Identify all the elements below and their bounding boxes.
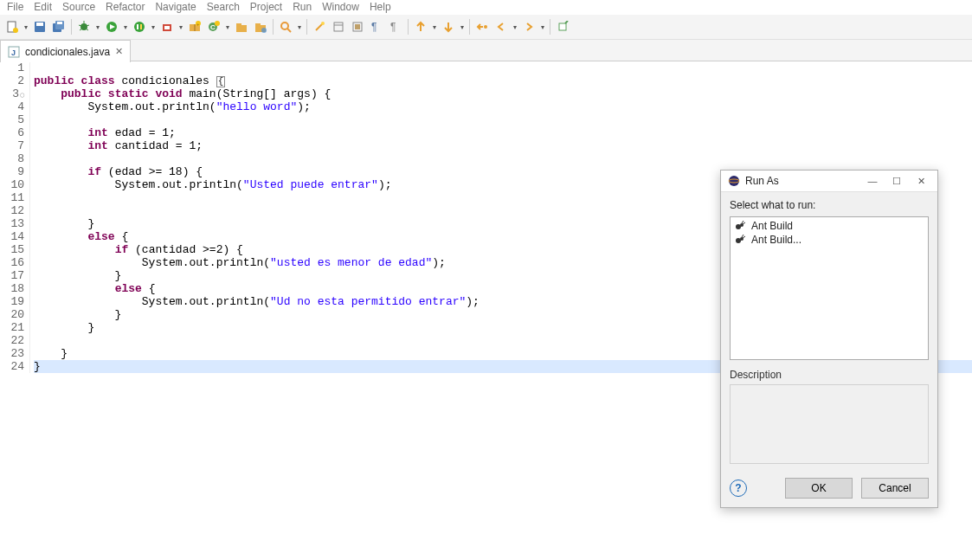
svg-rect-30 <box>255 23 261 26</box>
svg-text:¶: ¶ <box>390 21 396 33</box>
svg-rect-19 <box>164 26 170 29</box>
svg-rect-17 <box>140 24 142 29</box>
svg-point-48 <box>729 176 739 186</box>
menu-project[interactable]: Project <box>250 1 282 13</box>
svg-line-52 <box>742 221 743 223</box>
menu-window[interactable]: Window <box>322 1 359 13</box>
external-tools-icon[interactable] <box>158 18 176 35</box>
open-type-icon[interactable] <box>233 18 250 35</box>
dropdown-icon[interactable]: ▾ <box>296 23 303 31</box>
menu-search[interactable]: Search <box>207 1 240 13</box>
svg-rect-27 <box>236 25 247 32</box>
dropdown-icon[interactable]: ▾ <box>431 23 438 31</box>
dropdown-icon[interactable]: ▾ <box>539 23 546 31</box>
coverage-icon[interactable] <box>131 18 148 35</box>
block-select-icon[interactable] <box>349 18 366 35</box>
show-whitespace-icon[interactable]: ¶ <box>368 18 385 35</box>
save-icon[interactable] <box>31 18 48 35</box>
svg-text:J: J <box>11 48 16 57</box>
annotation-next-icon[interactable] <box>440 18 457 35</box>
list-item-label: Ant Build <box>751 220 793 232</box>
tab-label: condicionales.java <box>25 46 110 58</box>
wand-icon[interactable] <box>311 18 328 35</box>
annotation-prev-icon[interactable] <box>412 18 429 35</box>
svg-point-32 <box>281 23 288 29</box>
new-package-icon[interactable]: + <box>186 18 203 35</box>
ant-icon <box>734 220 746 232</box>
svg-rect-16 <box>137 24 138 29</box>
dropdown-icon[interactable]: ▾ <box>459 23 466 31</box>
dialog-titlebar[interactable]: Run As — ☐ ✕ <box>721 171 937 192</box>
line-gutter: 123456789101112131415161718192021222324 <box>0 61 30 373</box>
ant-icon <box>734 234 746 246</box>
eclipse-icon <box>728 175 740 187</box>
description-label: Description <box>730 369 929 373</box>
menu-run[interactable]: Run <box>293 1 312 13</box>
svg-rect-45 <box>559 23 566 30</box>
svg-line-56 <box>742 235 743 237</box>
menu-file[interactable]: File <box>7 1 23 13</box>
svg-line-53 <box>743 222 745 224</box>
svg-point-15 <box>134 22 145 32</box>
menu-refactor[interactable]: Refactor <box>106 1 145 13</box>
svg-text:C: C <box>210 23 216 31</box>
menu-navigate[interactable]: Navigate <box>155 1 196 13</box>
folder-icon[interactable] <box>252 18 269 35</box>
list-item-label: Ant Build... <box>751 234 801 246</box>
menubar: File Edit Source Refactor Navigate Searc… <box>0 0 972 15</box>
dialog-label: Select what to run: <box>730 199 929 211</box>
save-all-icon[interactable] <box>50 18 68 35</box>
close-icon[interactable]: ✕ <box>115 46 123 57</box>
java-file-icon: J <box>8 46 20 58</box>
dropdown-icon[interactable]: ▾ <box>122 23 129 31</box>
svg-point-35 <box>321 22 325 25</box>
svg-rect-36 <box>334 23 343 31</box>
editor-tab[interactable]: J condicionales.java ✕ <box>0 40 131 62</box>
list-item[interactable]: Ant Build... <box>732 233 926 247</box>
dropdown-icon[interactable]: ▾ <box>512 23 518 31</box>
menu-edit[interactable]: Edit <box>34 1 52 13</box>
svg-text:¶: ¶ <box>371 21 377 33</box>
toolbar: ▾ ▾ ▾ ▾ ▾ + C ▾ ▾ ¶ ¶ ▾ ▾ ▾ ▾ <box>0 15 972 40</box>
dropdown-icon[interactable]: ▾ <box>23 23 29 31</box>
debug-icon[interactable] <box>75 18 93 35</box>
editor-tabs: J condicionales.java ✕ <box>0 40 972 61</box>
svg-rect-6 <box>57 22 62 24</box>
maximize-icon[interactable]: ☐ <box>887 176 906 187</box>
run-config-list[interactable]: Ant Build Ant Build... <box>730 216 929 360</box>
svg-rect-3 <box>36 23 43 26</box>
dropdown-icon[interactable]: ▾ <box>177 23 184 31</box>
description-group: Description <box>730 369 929 373</box>
back-icon[interactable] <box>492 18 510 35</box>
dropdown-icon[interactable]: ▾ <box>150 23 157 31</box>
svg-text:+: + <box>196 22 200 27</box>
last-edit-icon[interactable] <box>473 18 491 35</box>
dialog-title: Run As <box>745 175 779 187</box>
minimize-icon[interactable]: — <box>863 176 882 186</box>
svg-point-26 <box>215 21 220 26</box>
menu-help[interactable]: Help <box>370 1 391 13</box>
new-icon[interactable] <box>3 18 21 35</box>
forward-icon[interactable] <box>520 18 537 35</box>
new-class-icon[interactable]: C <box>205 18 222 35</box>
svg-line-33 <box>287 29 291 32</box>
svg-point-1 <box>13 28 18 33</box>
pin-editor-icon[interactable] <box>554 18 571 35</box>
run-as-dialog: Run As — ☐ ✕ Select what to run: Ant Bui… <box>720 170 938 373</box>
menu-source[interactable]: Source <box>62 1 95 13</box>
toggle-mark-icon[interactable] <box>330 18 347 35</box>
close-icon[interactable]: ✕ <box>911 176 930 187</box>
list-item[interactable]: Ant Build <box>732 219 926 233</box>
svg-rect-28 <box>236 23 241 26</box>
pilcrow-icon[interactable]: ¶ <box>387 18 404 35</box>
run-icon[interactable] <box>103 18 120 35</box>
svg-point-44 <box>484 25 487 29</box>
dropdown-icon[interactable]: ▾ <box>224 23 231 31</box>
svg-rect-39 <box>355 24 360 29</box>
search-icon[interactable] <box>277 18 294 35</box>
dropdown-icon[interactable]: ▾ <box>94 23 101 31</box>
svg-line-57 <box>743 236 745 238</box>
svg-point-31 <box>261 28 267 33</box>
